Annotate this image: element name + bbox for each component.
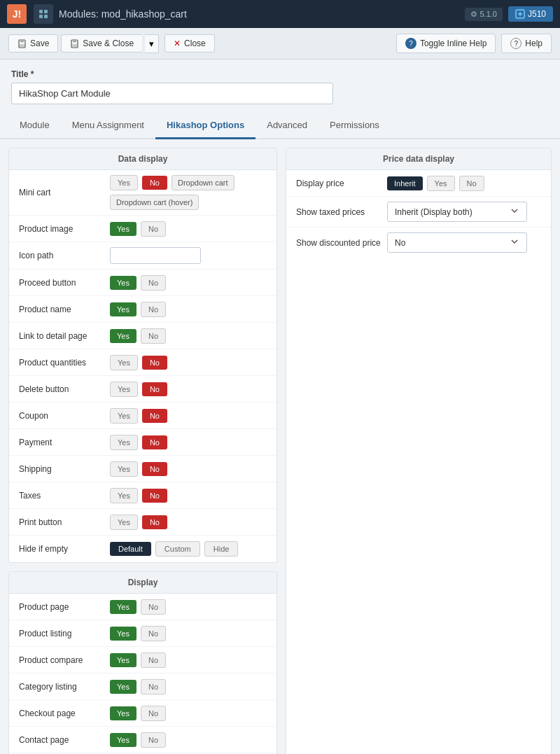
product-name-yes-button[interactable]: Yes <box>110 302 136 316</box>
delete-yes-button[interactable]: Yes <box>110 382 138 397</box>
close-button[interactable]: ✕ Close <box>164 34 215 53</box>
mini-cart-dropdown-button[interactable]: Dropdown cart <box>172 175 234 190</box>
contact-page-yes-button[interactable]: Yes <box>110 733 136 747</box>
display-price-no-button[interactable]: No <box>459 176 484 191</box>
coupon-yes-button[interactable]: Yes <box>110 408 138 424</box>
print-button-label: Print button <box>19 517 110 527</box>
product-name-no-button[interactable]: No <box>141 302 166 317</box>
hide-if-empty-hide-button[interactable]: Hide <box>204 541 239 557</box>
payment-label: Payment <box>19 438 110 447</box>
proceed-yes-button[interactable]: Yes <box>110 276 136 290</box>
checkout-page-label: Checkout page <box>19 708 110 718</box>
show-discounted-value: No <box>395 238 405 248</box>
category-listing-yes-button[interactable]: Yes <box>110 680 136 694</box>
proceed-button-controls: Yes No <box>110 275 166 291</box>
category-listing-controls: Yes No <box>110 679 166 694</box>
product-quantities-yes-button[interactable]: Yes <box>110 355 138 370</box>
version-badge: ⚙ 5.1.0 <box>465 8 503 21</box>
product-compare-no-button[interactable]: No <box>141 652 166 668</box>
left-column: Data display Mini cart Yes No Dropdown c… <box>8 148 277 754</box>
link-detail-no-button[interactable]: No <box>141 328 166 344</box>
mini-cart-yes-button[interactable]: Yes <box>110 175 138 190</box>
mini-cart-controls: Yes No Dropdown cart Dropdown cart (hove… <box>110 175 267 210</box>
shipping-no-button[interactable]: No <box>142 462 167 476</box>
payment-no-button[interactable]: No <box>142 435 167 449</box>
display-price-label: Display price <box>296 179 387 188</box>
coupon-no-button[interactable]: No <box>142 409 167 423</box>
show-discounted-row: Show discounted price No <box>286 228 551 258</box>
tab-menu-assignment[interactable]: Menu Assignment <box>61 113 155 139</box>
product-page-no-button[interactable]: No <box>141 599 166 615</box>
product-compare-controls: Yes No <box>110 652 166 668</box>
hide-if-empty-custom-button[interactable]: Custom <box>155 541 200 557</box>
shipping-yes-button[interactable]: Yes <box>110 461 138 477</box>
product-quantities-no-button[interactable]: No <box>142 356 167 370</box>
proceed-no-button[interactable]: No <box>141 275 166 291</box>
product-page-row: Product page Yes No <box>9 594 276 620</box>
title-input[interactable] <box>11 83 333 104</box>
product-compare-yes-button[interactable]: Yes <box>110 653 136 667</box>
display-price-controls: Inherit Yes No <box>387 176 484 191</box>
product-image-no-button[interactable]: No <box>141 221 166 237</box>
product-page-yes-button[interactable]: Yes <box>110 600 136 614</box>
show-taxed-controls: Inherit (Display both) <box>387 202 527 222</box>
category-listing-no-button[interactable]: No <box>141 679 166 694</box>
display-price-inherit-button[interactable]: Inherit <box>387 176 423 190</box>
hide-if-empty-default-button[interactable]: Default <box>110 542 151 556</box>
product-name-controls: Yes No <box>110 302 166 317</box>
product-name-row: Product name Yes No <box>9 296 276 323</box>
product-listing-yes-button[interactable]: Yes <box>110 627 136 641</box>
product-image-label: Product image <box>19 224 110 234</box>
checkout-page-row: Checkout page Yes No <box>9 700 276 727</box>
svg-rect-7 <box>20 44 24 47</box>
product-quantities-controls: Yes No <box>110 355 167 370</box>
price-display-header: Price data display <box>286 148 551 170</box>
product-image-yes-button[interactable]: Yes <box>110 222 136 236</box>
mini-cart-dropdown-hover-button[interactable]: Dropdown cart (hover) <box>110 195 199 210</box>
show-discounted-dropdown[interactable]: No <box>387 232 527 253</box>
contact-page-no-button[interactable]: No <box>141 732 166 748</box>
save-dropdown-button[interactable]: ▾ <box>145 34 159 53</box>
delete-no-button[interactable]: No <box>142 382 167 396</box>
link-detail-yes-button[interactable]: Yes <box>110 329 136 343</box>
display-price-yes-button[interactable]: Yes <box>427 176 455 191</box>
product-name-label: Product name <box>19 305 110 314</box>
main-content: Data display Mini cart Yes No Dropdown c… <box>0 139 560 754</box>
contact-page-row: Contact page Yes No <box>9 727 276 753</box>
taxes-yes-button[interactable]: Yes <box>110 488 138 503</box>
icon-path-input[interactable] <box>110 247 201 264</box>
display-price-row: Display price Inherit Yes No <box>286 170 551 197</box>
category-listing-label: Category listing <box>19 682 110 692</box>
tab-module[interactable]: Module <box>8 113 61 139</box>
delete-button-row: Delete button Yes No <box>9 376 276 403</box>
print-yes-button[interactable]: Yes <box>110 515 138 530</box>
shipping-controls: Yes No <box>110 461 167 477</box>
svg-rect-6 <box>20 40 24 43</box>
product-compare-row: Product compare Yes No <box>9 647 276 673</box>
j510-button[interactable]: J510 <box>508 6 553 22</box>
save-button[interactable]: Save <box>8 34 58 53</box>
print-button-row: Print button Yes No <box>9 509 276 536</box>
delete-button-controls: Yes No <box>110 382 167 397</box>
show-taxed-dropdown[interactable]: Inherit (Display both) <box>387 202 527 222</box>
taxes-no-button[interactable]: No <box>142 489 167 503</box>
print-button-controls: Yes No <box>110 515 167 530</box>
tab-permissions[interactable]: Permissions <box>318 113 391 139</box>
toggle-inline-help-button[interactable]: ? Toggle Inline Help <box>396 34 496 53</box>
taxes-controls: Yes No <box>110 488 167 503</box>
tab-advanced[interactable]: Advanced <box>255 113 318 139</box>
checkout-page-no-button[interactable]: No <box>141 706 166 721</box>
print-no-button[interactable]: No <box>142 515 167 529</box>
checkout-page-yes-button[interactable]: Yes <box>110 706 136 720</box>
payment-yes-button[interactable]: Yes <box>110 435 138 450</box>
product-listing-no-button[interactable]: No <box>141 626 166 641</box>
save-close-button[interactable]: Save & Close <box>61 34 142 53</box>
payment-controls: Yes No <box>110 435 167 450</box>
tab-hikashop-options[interactable]: Hikashop Options <box>155 113 255 139</box>
help-button[interactable]: ? Help <box>501 34 552 53</box>
coupon-label: Coupon <box>19 411 110 421</box>
mini-cart-no-button[interactable]: No <box>142 176 167 190</box>
show-discounted-label: Show discounted price <box>296 238 387 248</box>
show-taxed-row: Show taxed prices Inherit (Display both) <box>286 197 551 228</box>
product-image-row: Product image Yes No <box>9 216 276 242</box>
